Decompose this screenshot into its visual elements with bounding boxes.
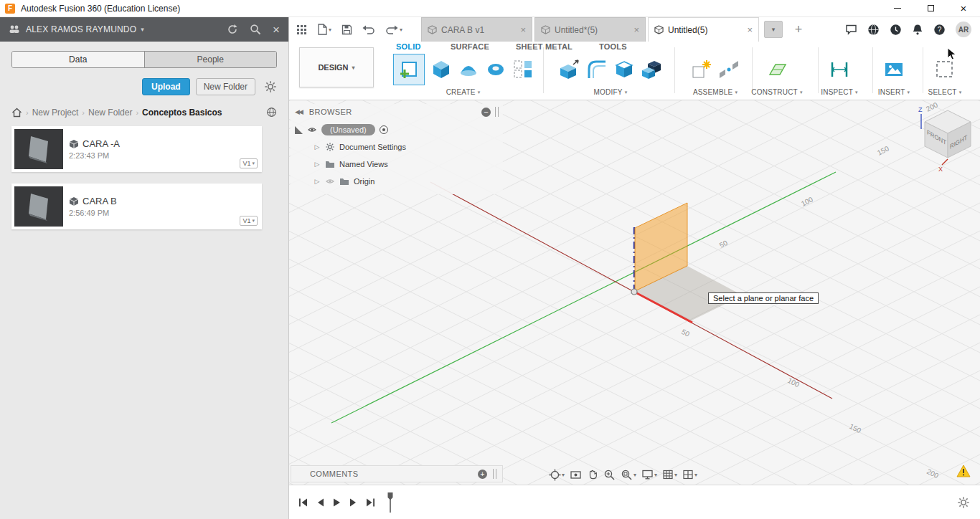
- zoom-tool[interactable]: [603, 469, 616, 481]
- home-icon[interactable]: [11, 108, 22, 118]
- tab-list-dropdown[interactable]: ▾: [764, 21, 783, 38]
- play-button[interactable]: [332, 497, 341, 508]
- select-group-dropdown[interactable]: SELECT▾: [928, 88, 962, 96]
- collapse-browser-icon[interactable]: ◀◀: [295, 108, 302, 115]
- pattern-button[interactable]: [512, 59, 534, 80]
- new-folder-button[interactable]: New Folder: [196, 78, 255, 95]
- inspect-group-dropdown[interactable]: INSPECT▾: [821, 88, 857, 96]
- file-menu-icon[interactable]: ▾: [317, 24, 331, 35]
- expand-arrow-icon[interactable]: ▷: [314, 178, 321, 185]
- document-tab-cara-b[interactable]: CARA B v1 ×: [421, 17, 532, 42]
- display-settings[interactable]: ▾: [641, 469, 657, 480]
- look-at-tool[interactable]: [570, 469, 582, 480]
- breadcrumb-new-project[interactable]: New Project: [32, 108, 79, 118]
- hole-button[interactable]: [485, 59, 507, 80]
- shell-button[interactable]: [613, 59, 635, 80]
- minimize-button[interactable]: [881, 0, 914, 16]
- combine-button[interactable]: [641, 59, 662, 80]
- tab-people[interactable]: People: [144, 52, 277, 67]
- revolve-button[interactable]: [458, 59, 479, 80]
- globe-icon[interactable]: [266, 107, 277, 118]
- grid-and-snaps[interactable]: ▾: [662, 469, 677, 480]
- close-tab-icon[interactable]: ×: [633, 24, 639, 35]
- close-tab-icon[interactable]: ×: [520, 24, 526, 35]
- close-tab-icon[interactable]: ×: [747, 24, 753, 35]
- visibility-off-eye-icon[interactable]: [325, 177, 335, 186]
- expand-arrow-icon[interactable]: ▷: [314, 161, 321, 168]
- create-sketch-button[interactable]: [393, 54, 425, 85]
- step-back-button[interactable]: [316, 497, 325, 508]
- measure-button[interactable]: [829, 59, 850, 80]
- file-card-cara-a[interactable]: CARA -A 2:23:43 PM V1 ▾: [11, 126, 262, 172]
- timeline-playhead[interactable]: [386, 492, 395, 513]
- new-component-button[interactable]: [691, 59, 712, 80]
- version-dropdown[interactable]: V1 ▾: [240, 158, 258, 168]
- origin-point[interactable]: [631, 289, 637, 295]
- browser-row-origin[interactable]: ▷ Origin: [314, 173, 503, 190]
- tab-data[interactable]: Data: [12, 52, 144, 67]
- assemble-group-dropdown[interactable]: ASSEMBLE▾: [693, 88, 738, 96]
- search-icon[interactable]: [250, 24, 261, 35]
- joint-button[interactable]: [718, 59, 740, 80]
- close-data-panel-icon[interactable]: ×: [273, 24, 280, 36]
- account-avatar[interactable]: AR: [956, 22, 971, 37]
- comments-bar[interactable]: COMMENTS +: [291, 465, 503, 482]
- expand-arrow-icon[interactable]: ▷: [314, 143, 321, 151]
- browser-row-named-views[interactable]: ▷ Named Views: [314, 156, 503, 173]
- select-button[interactable]: [934, 59, 956, 80]
- create-group-dropdown[interactable]: CREATE▾: [446, 88, 481, 96]
- go-to-start-button[interactable]: [298, 497, 308, 508]
- document-tab-untitled-star[interactable]: Untitled*(5) ×: [534, 17, 646, 42]
- modeling-viewport[interactable]: 50 100 150 200 50 100 150 200 Select a p…: [289, 100, 980, 485]
- app-grid-menu-icon[interactable]: [296, 24, 307, 35]
- fillet-button[interactable]: [586, 59, 608, 80]
- panel-resize-grip[interactable]: [495, 107, 499, 117]
- visibility-eye-icon[interactable]: [307, 125, 317, 134]
- job-status-clock-icon[interactable]: [890, 24, 902, 36]
- document-tab-untitled-active[interactable]: Untitled(5) ×: [648, 17, 759, 42]
- settings-gear-icon[interactable]: [264, 80, 277, 93]
- workspace-selector[interactable]: DESIGN ▾: [299, 47, 374, 87]
- component-color-swatch-icon[interactable]: [295, 126, 303, 134]
- warning-icon[interactable]: [956, 465, 971, 477]
- maximize-button[interactable]: [914, 0, 947, 16]
- new-tab-button[interactable]: +: [789, 17, 808, 42]
- file-card-cara-b[interactable]: CARA B 2:56:49 PM V1 ▾: [11, 184, 262, 229]
- pan-tool[interactable]: [587, 469, 598, 480]
- upload-button[interactable]: Upload: [142, 78, 190, 95]
- activate-component-radio[interactable]: [380, 125, 388, 134]
- comment-icon[interactable]: [845, 24, 857, 35]
- modify-group-dropdown[interactable]: MODIFY▾: [594, 88, 628, 96]
- go-to-end-button[interactable]: [365, 497, 376, 508]
- insert-group-dropdown[interactable]: INSERT▾: [878, 88, 910, 96]
- document-root-label[interactable]: (Unsaved): [321, 124, 375, 135]
- browser-row-document-settings[interactable]: ▷ Document Settings: [314, 138, 503, 156]
- add-comment-icon[interactable]: +: [478, 470, 487, 479]
- redo-icon[interactable]: ▾: [385, 24, 402, 34]
- step-forward-button[interactable]: [349, 497, 358, 508]
- extrude-button[interactable]: [430, 59, 452, 80]
- undo-icon[interactable]: [362, 24, 375, 34]
- orbit-tool[interactable]: ▾: [549, 469, 565, 481]
- extensions-globe-icon[interactable]: [867, 24, 880, 36]
- panel-resize-grip[interactable]: [493, 469, 496, 479]
- press-pull-button[interactable]: [559, 59, 580, 80]
- fit-tool[interactable]: ▾: [621, 469, 636, 481]
- timeline-settings-gear-icon[interactable]: [957, 496, 970, 509]
- browser-root-row[interactable]: (Unsaved): [291, 121, 503, 138]
- version-dropdown[interactable]: V1 ▾: [240, 216, 258, 226]
- construction-plane-button[interactable]: [766, 59, 788, 80]
- notification-bell-icon[interactable]: [912, 24, 923, 36]
- save-icon[interactable]: [341, 24, 352, 35]
- view-cube[interactable]: Z FRONT RIGHT X: [915, 105, 980, 173]
- refresh-icon[interactable]: [227, 24, 238, 35]
- user-name[interactable]: ALEX RAMOS RAYMUNDO: [26, 24, 136, 34]
- viewports[interactable]: ▾: [682, 469, 697, 480]
- chevron-down-icon[interactable]: ▾: [141, 26, 144, 33]
- construct-group-dropdown[interactable]: CONSTRUCT▾: [751, 88, 802, 96]
- help-icon[interactable]: ?: [933, 24, 946, 36]
- breadcrumb-new-folder[interactable]: New Folder: [88, 108, 132, 118]
- close-button[interactable]: ×: [947, 0, 980, 16]
- hide-browser-icon[interactable]: −: [481, 108, 491, 117]
- insert-canvas-button[interactable]: [883, 59, 905, 80]
